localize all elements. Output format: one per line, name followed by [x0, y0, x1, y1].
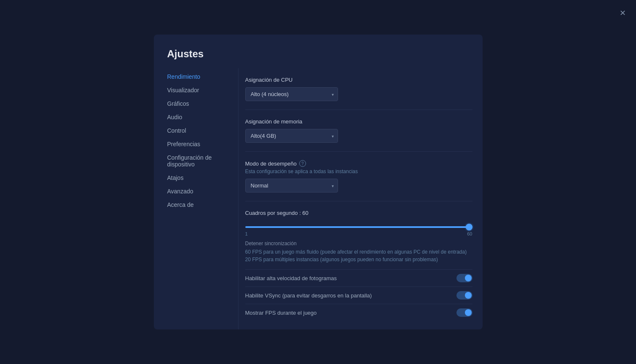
toggle-label-vsync: Habilite VSync (para evitar desgarros en…	[245, 292, 372, 299]
sync-label: Detener sincronización	[245, 241, 472, 246]
memory-select[interactable]: Bajo(1 GB)Normal(2 GB)Alto(4 GB)Ultra(8 …	[245, 129, 338, 143]
toggle-alta-velocidad[interactable]	[456, 274, 472, 282]
toggle-row-vsync: Habilite VSync (para evitar desgarros en…	[245, 286, 472, 304]
fps-section: Cuadros por segundo : 60 1 60 Detener si…	[245, 201, 472, 329]
toggle-label-alta-velocidad: Habilitar alta velocidad de fotogramas	[245, 275, 337, 281]
cpu-select-wrapper: Bajo (1 núcleo)Normal (2 núcleos)Alto (4…	[245, 87, 338, 101]
sidebar: RendimientoVisualizadorGráficosAudioCont…	[154, 68, 238, 329]
sidebar-item-preferencias[interactable]: Preferencias	[167, 137, 231, 151]
memory-select-wrapper: Bajo(1 GB)Normal(2 GB)Alto(4 GB)Ultra(8 …	[245, 129, 338, 143]
toggle-row-mostrar-fps: Mostrar FPS durante el juego	[245, 304, 472, 321]
cpu-select[interactable]: Bajo (1 núcleo)Normal (2 núcleos)Alto (4…	[245, 87, 338, 101]
toggle-knob-vsync	[465, 292, 472, 299]
performance-sublabel: Esta configuración se aplica a todas las…	[245, 169, 472, 174]
performance-help-icon[interactable]: ?	[299, 160, 306, 167]
sidebar-item-control[interactable]: Control	[167, 124, 231, 137]
main-content: Asignación de CPU Bajo (1 núcleo)Normal …	[238, 68, 483, 329]
dialog-title: Ajustes	[154, 35, 483, 68]
toggle-mostrar-fps[interactable]	[456, 308, 472, 317]
toggle-knob-alta-velocidad	[465, 275, 472, 281]
sidebar-item-rendimiento[interactable]: Rendimiento	[167, 70, 231, 83]
sidebar-item-atajos[interactable]: Atajos	[167, 171, 231, 185]
fps-slider[interactable]	[245, 226, 472, 228]
sidebar-item-configuracion[interactable]: Configuración de dispositivo	[167, 151, 231, 171]
cpu-label: Asignación de CPU	[245, 77, 472, 83]
sidebar-item-visualizador[interactable]: Visualizador	[167, 83, 231, 97]
performance-select[interactable]: NormalAltoUltra	[245, 179, 338, 193]
performance-select-wrapper: NormalAltoUltra ▾	[245, 179, 338, 193]
memory-section: Asignación de memoria Bajo(1 GB)Normal(2…	[245, 110, 472, 152]
slider-range: 1 60	[245, 231, 472, 236]
toggle-row-alta-velocidad: Habilitar alta velocidad de fotogramas	[245, 269, 472, 286]
memory-label: Asignación de memoria	[245, 118, 472, 125]
sidebar-item-audio[interactable]: Audio	[167, 110, 231, 124]
toggles-container: Habilitar alta velocidad de fotogramasHa…	[245, 269, 472, 321]
performance-section: Modo de desempeño ? Esta configuración s…	[245, 152, 472, 201]
toggle-knob-mostrar-fps	[465, 309, 472, 316]
sidebar-item-graficos[interactable]: Gráficos	[167, 97, 231, 110]
toggle-vsync[interactable]	[456, 291, 472, 300]
settings-dialog: Ajustes RendimientoVisualizadorGráficosA…	[154, 35, 483, 329]
performance-label: Modo de desempeño ?	[245, 160, 472, 167]
sidebar-item-avanzado[interactable]: Avanzado	[167, 185, 231, 198]
slider-min: 1	[245, 231, 248, 236]
dialog-body: RendimientoVisualizadorGráficosAudioCont…	[154, 68, 483, 329]
toggle-label-mostrar-fps: Mostrar FPS durante el juego	[245, 310, 317, 316]
cpu-section: Asignación de CPU Bajo (1 núcleo)Normal …	[245, 68, 472, 110]
slider-max: 60	[467, 231, 472, 236]
fps-label: Cuadros por segundo : 60	[245, 210, 472, 216]
sync-description: 60 FPS para un juego más fluido (puede a…	[245, 248, 472, 263]
sidebar-item-acerca[interactable]: Acerca de	[167, 198, 231, 211]
close-button[interactable]: ✕	[620, 8, 626, 18]
